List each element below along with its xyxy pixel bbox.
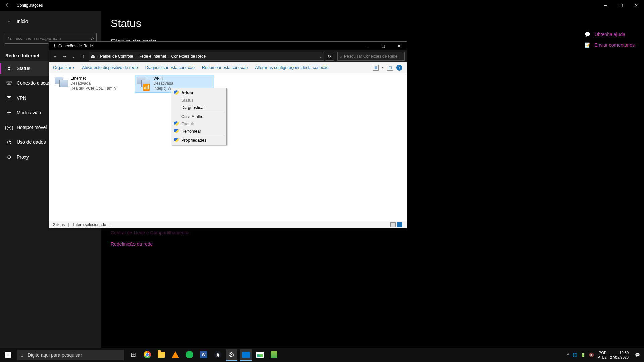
shield-icon (174, 138, 179, 142)
toolbar-diagnose[interactable]: Diagnosticar esta conexão (145, 65, 195, 70)
back-button[interactable] (0, 0, 15, 11)
help-button[interactable]: ? (396, 65, 402, 71)
explorer-toolbar: Organizar ▾ Ativar este dispositivo de r… (49, 62, 407, 73)
maximize-button[interactable]: ▢ (613, 0, 629, 11)
context-menu: Ativar Status Diagnosticar Criar Atalho … (171, 88, 227, 145)
adapter-icon (55, 76, 68, 90)
explorer-maximize-button[interactable]: ▢ (376, 42, 391, 50)
context-diagnose[interactable]: Diagnosticar (172, 104, 226, 111)
toolbar-enable-device[interactable]: Ativar este dispositivo de rede (82, 65, 138, 70)
context-properties[interactable]: Propriedades (172, 137, 226, 144)
refresh-button[interactable]: ⟳ (325, 52, 334, 61)
taskbar-word[interactable]: W (198, 349, 209, 361)
chevron-down-icon[interactable]: ⌄ (319, 55, 322, 58)
taskbar-settings[interactable]: ⚙ (226, 349, 237, 361)
nav-label: Hotspot móvel (17, 125, 47, 130)
home-label: Início (17, 19, 28, 24)
tray-network-icon[interactable]: 🌐 (572, 353, 577, 357)
proxy-icon: ⊕ (6, 154, 12, 160)
nav-up-button[interactable]: ↑ (79, 52, 87, 60)
separator (181, 136, 225, 136)
task-view-button[interactable]: ⊞ (127, 349, 139, 361)
home-nav[interactable]: ⌂ Início (0, 14, 101, 29)
breadcrumb[interactable]: 🖧 › Painel de Controle › Rede e Internet… (89, 52, 324, 61)
settings-titlebar: Configurações ─ ▢ ✕ (0, 0, 644, 11)
explorer-search[interactable]: ⌕ Pesquisar Conexões de Rede (337, 52, 405, 61)
start-button[interactable] (0, 348, 16, 362)
tiles-view-button[interactable] (397, 222, 402, 227)
taskbar-spotify[interactable] (184, 349, 195, 361)
chevron-down-icon[interactable]: ▾ (382, 66, 384, 69)
taskbar-search[interactable]: ⌕ Digite aqui para pesquisar (17, 350, 124, 360)
search-icon: ⌕ (21, 352, 23, 358)
separator (181, 112, 225, 112)
taskbar-steam[interactable]: ◉ (212, 349, 223, 361)
control-panel-icon: 🖧 (91, 54, 95, 59)
taskbar: ⌕ Digite aqui para pesquisar ⊞ W ◉ ⚙ ^ 🌐… (0, 348, 644, 362)
explorer-content[interactable]: Ethernet Desativada Realtek PCIe GbE Fam… (49, 73, 407, 221)
feedback-label: Enviar comentários (594, 42, 635, 48)
data-icon: ◔ (6, 139, 12, 145)
adapter-name: Ethernet (70, 76, 130, 81)
tray-volume-icon[interactable]: 🔇 (589, 353, 594, 357)
feedback-link[interactable]: 📝 Enviar comentários (585, 42, 635, 48)
nav-back-button[interactable]: ← (51, 52, 59, 60)
crumb[interactable]: Conexões de Rede (171, 54, 206, 59)
taskbar-explorer[interactable] (156, 349, 167, 361)
explorer-minimize-button[interactable]: ─ (360, 42, 376, 50)
details-view-button[interactable] (390, 222, 396, 227)
clock-time: 10:50 (619, 350, 629, 355)
status-icon: 🖧 (6, 65, 12, 71)
network-adapter-ethernet[interactable]: Ethernet Desativada Realtek PCIe GbE Fam… (53, 75, 132, 93)
taskbar-chrome[interactable] (142, 349, 153, 361)
context-label: Ativar (181, 90, 193, 95)
nav-label: Status (17, 66, 30, 71)
taskbar-app[interactable] (268, 349, 280, 361)
help-link[interactable]: 💬 Obtenha ajuda (585, 32, 635, 37)
crumb[interactable]: Painel de Controle (100, 54, 133, 59)
nav-forward-button[interactable]: → (60, 52, 68, 60)
toolbar-organize[interactable]: Organizar ▾ (53, 65, 74, 70)
crumb[interactable]: Rede e Internet (138, 54, 166, 59)
nav-label: Conexão discada (17, 80, 53, 86)
search-icon: ⌕ (340, 54, 342, 59)
help-icon: 💬 (585, 32, 590, 37)
shield-icon (174, 121, 179, 126)
status-item-count: 2 itens (53, 222, 65, 227)
nav-recent-button[interactable]: ⌄ (70, 52, 78, 60)
taskbar-mail[interactable] (240, 349, 252, 361)
action-center-button[interactable]: 💬 (632, 348, 643, 362)
nav-label: Modo avião (17, 110, 41, 115)
lang-line1: POR (599, 350, 607, 355)
taskbar-search-placeholder: Digite aqui para pesquisar (28, 352, 82, 358)
lang-line2: PTB2 (597, 355, 607, 360)
taskbar-vlc[interactable] (170, 349, 181, 361)
toolbar-label: Organizar (53, 65, 71, 70)
explorer-close-button[interactable]: ✕ (391, 42, 407, 50)
explorer-window-title: Conexões de Rede (58, 44, 93, 48)
context-create-shortcut[interactable]: Criar Atalho (172, 113, 226, 120)
context-label: Status (181, 98, 193, 103)
page-title: Status (111, 17, 635, 30)
preview-pane-button[interactable]: ◫ (387, 65, 393, 71)
link-sharing-center[interactable]: Central de Rede e Compartilhamento (111, 230, 189, 235)
taskbar-photos[interactable] (254, 349, 266, 361)
link-network-reset[interactable]: Redefinição da rede (111, 241, 189, 247)
close-button[interactable]: ✕ (629, 0, 644, 11)
context-activate[interactable]: Ativar (172, 89, 226, 97)
explorer-titlebar[interactable]: 🖧 Conexões de Rede ─ ▢ ✕ (49, 42, 407, 50)
context-rename[interactable]: Renomear (172, 128, 226, 135)
tray-clock[interactable]: 10:50 27/02/2020 (610, 350, 629, 360)
context-label: Criar Atalho (181, 114, 203, 119)
minimize-button[interactable]: ─ (598, 0, 613, 11)
status-selected-count: 1 item selecionado (72, 222, 106, 227)
tray-battery-icon[interactable]: 🔋 (581, 353, 586, 357)
toolbar-change-settings[interactable]: Alterar as configurações desta conexão (255, 65, 329, 70)
adapter-status: Desativada (153, 81, 174, 86)
tray-language[interactable]: POR PTB2 (597, 350, 607, 360)
toolbar-rename[interactable]: Renomear esta conexão (202, 65, 248, 70)
explorer-window: 🖧 Conexões de Rede ─ ▢ ✕ ← → ⌄ ↑ 🖧 › Pai… (49, 41, 407, 228)
tray-chevron-icon[interactable]: ^ (567, 353, 569, 357)
view-button[interactable]: ▤ (373, 65, 379, 71)
settings-search-input[interactable] (8, 36, 90, 41)
